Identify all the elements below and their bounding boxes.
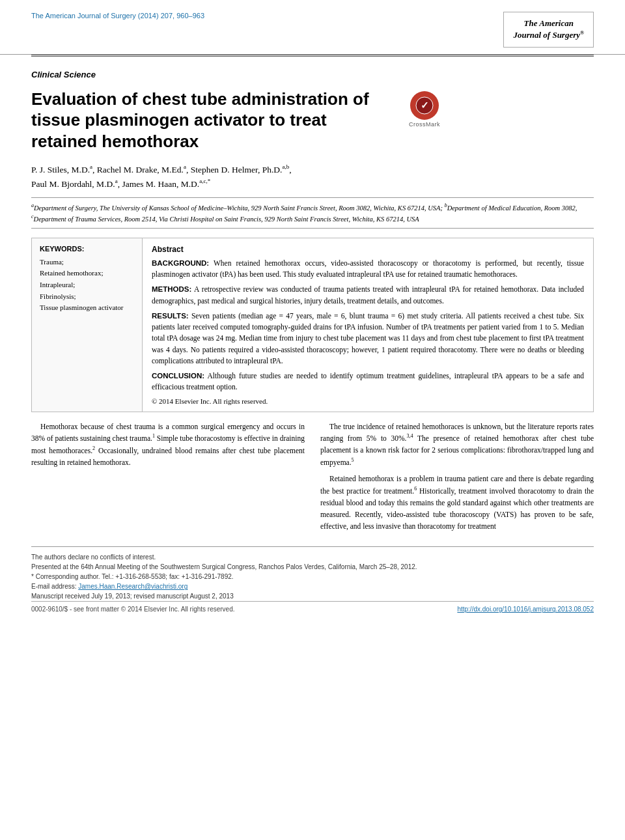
divider xyxy=(31,55,594,57)
corresponding-statement: * Corresponding author. Tel.: +1-316-268… xyxy=(31,572,594,581)
crossmark-svg: ✓ xyxy=(415,96,434,115)
keyword-4: Fibrinolysis; xyxy=(40,291,134,303)
abstract-results: RESULTS: Seven patients (median age = 47… xyxy=(152,311,584,367)
email-label: E-mail address: xyxy=(31,583,76,590)
email-link[interactable]: James.Haan.Research@viachristi.org xyxy=(78,583,188,590)
conflicts-statement: The authors declare no conflicts of inte… xyxy=(31,552,594,562)
body-column-left: Hemothorax because of chest trauma is a … xyxy=(31,421,305,538)
issn-text: 0002-9610/$ - see front matter © 2014 El… xyxy=(31,606,235,613)
abstract-heading: Abstract xyxy=(152,245,584,254)
background-text: When retained hemothorax occurs, video-a… xyxy=(152,259,584,278)
methods-text: A retrospective review was conducted of … xyxy=(152,285,584,304)
body-column-right: The true incidence of retained hemothora… xyxy=(320,421,594,538)
body-para-1: Hemothorax because of chest trauma is a … xyxy=(31,421,305,469)
keywords-abstract-row: KEYWORDS: Trauma; Retained hemothorax; I… xyxy=(31,238,594,412)
top-header: The American Journal of Surgery (2014) 2… xyxy=(0,0,625,55)
affiliations: aDepartment of Surgery, The University o… xyxy=(31,197,594,228)
page-bottom: 0002-9610/$ - see front matter © 2014 El… xyxy=(31,601,594,617)
body-para-3: Retained hemothorax is a problem in trau… xyxy=(320,473,594,532)
background-label: BACKGROUND: xyxy=(152,259,209,267)
title-row: Evaluation of chest tube administration … xyxy=(31,89,594,163)
logo-title: The American Journal of Surgery® xyxy=(513,18,584,42)
abstract-conclusion: CONCLUSION: Although future studies are … xyxy=(152,371,584,393)
keyword-5: Tissue plasminogen activator xyxy=(40,302,134,314)
crossmark-badge[interactable]: ✓ CrossMark xyxy=(409,91,440,128)
keywords-column: KEYWORDS: Trauma; Retained hemothorax; I… xyxy=(32,238,143,412)
manuscript-line: Manuscript received July 19, 2013; revis… xyxy=(31,591,594,601)
keyword-2: Retained hemothorax; xyxy=(40,268,134,279)
abstract-background: BACKGROUND: When retained hemothorax occ… xyxy=(152,258,584,281)
article-title: Evaluation of chest tube administration … xyxy=(31,89,396,152)
main-content: Clinical Science Evaluation of chest tub… xyxy=(0,70,625,602)
keywords-title: KEYWORDS: xyxy=(40,245,134,253)
svg-text:✓: ✓ xyxy=(421,100,429,111)
crossmark-icon: ✓ xyxy=(410,91,439,120)
body-columns: Hemothorax because of chest trauma is a … xyxy=(31,421,594,538)
journal-logo-box: The American Journal of Surgery® xyxy=(503,12,594,48)
presented-statement: Presented at the 64th Annual Meeting of … xyxy=(31,562,594,572)
conclusion-text: Although future studies are needed to id… xyxy=(152,372,584,391)
footer-area: The authors declare no conflicts of inte… xyxy=(31,546,594,601)
crossmark-label: CrossMark xyxy=(409,121,440,128)
authors: P. J. Stiles, M.D.a, Rachel M. Drake, M.… xyxy=(31,162,594,191)
methods-label: METHODS: xyxy=(152,285,191,293)
abstract-column: Abstract BACKGROUND: When retained hemot… xyxy=(143,238,593,412)
keywords-list: Trauma; Retained hemothorax; Intrapleura… xyxy=(40,257,134,314)
results-label: RESULTS: xyxy=(152,312,189,320)
conclusion-label: CONCLUSION: xyxy=(152,372,204,380)
body-para-2: The true incidence of retained hemothora… xyxy=(320,421,594,469)
keyword-1: Trauma; xyxy=(40,257,134,268)
footer-left: The authors declare no conflicts of inte… xyxy=(31,552,594,601)
copyright-line: © 2014 Elsevier Inc. All rights reserved… xyxy=(152,397,584,405)
journal-citation: The American Journal of Surgery (2014) 2… xyxy=(31,12,204,20)
section-label: Clinical Science xyxy=(31,70,594,79)
doi-link[interactable]: http://dx.doi.org/10.1016/j.amjsurg.2013… xyxy=(457,606,594,613)
email-line: E-mail address: James.Haan.Research@viac… xyxy=(31,581,594,591)
keyword-3: Intrapleural; xyxy=(40,279,134,291)
abstract-methods: METHODS: A retrospective review was cond… xyxy=(152,284,584,307)
results-text: Seven patients (median age = 47 years, m… xyxy=(152,312,584,365)
